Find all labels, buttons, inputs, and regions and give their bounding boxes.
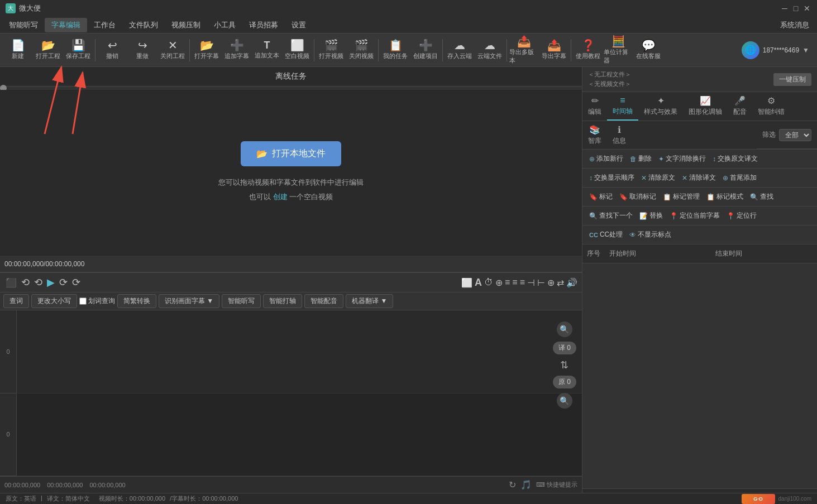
- word-lookup-checkbox[interactable]: [79, 297, 87, 305]
- open-subtitle-button[interactable]: 📂 打开字幕: [192, 36, 221, 65]
- tab-edit[interactable]: ✏ 编辑: [582, 92, 607, 121]
- remove-newline-btn[interactable]: ✦ 文字消除换行: [656, 153, 708, 165]
- left-bound-icon[interactable]: ⊣: [527, 277, 535, 288]
- align-icon-2[interactable]: ≡: [520, 277, 525, 287]
- add-text-icon: T: [264, 40, 270, 50]
- tab-library[interactable]: 📚 智库: [582, 121, 607, 149]
- tab-info[interactable]: ℹ 信息: [607, 121, 632, 149]
- filter-select[interactable]: 全部 原文 译文: [779, 129, 811, 141]
- open-file-button[interactable]: 📂 打开本地文件: [241, 141, 341, 166]
- unit-calc-button[interactable]: 🧮 单位计算器: [604, 36, 633, 65]
- right-bound-icon[interactable]: ⊢: [537, 277, 545, 288]
- unmark-btn[interactable]: 🔖 取消标记: [617, 191, 658, 203]
- crop-icon[interactable]: ⬜: [461, 277, 472, 288]
- export-subtitle-button[interactable]: 📤 导出字幕: [539, 36, 568, 65]
- time-icon[interactable]: ⏱: [484, 277, 493, 287]
- menu-recruit[interactable]: 译员招募: [242, 18, 285, 32]
- undo-button[interactable]: ↩ 撤销: [98, 36, 127, 65]
- tab-smart[interactable]: ⚙ 智能纠错: [752, 92, 790, 121]
- close-video-button[interactable]: 🎬 关闭视频: [347, 36, 376, 65]
- loop-btn[interactable]: ↻: [509, 479, 516, 490]
- close-button[interactable]: ✕: [802, 4, 811, 13]
- tab-timeline[interactable]: ≡ 时间轴: [607, 92, 638, 121]
- smart-audio-btn[interactable]: 智能配音: [304, 294, 343, 308]
- my-tasks-button[interactable]: 📋 我的任务: [381, 36, 410, 65]
- center-icon[interactable]: ⊕: [547, 277, 555, 288]
- locate-current-btn[interactable]: 📍 定位当前字幕: [667, 210, 722, 222]
- one-key-compress-btn[interactable]: 一键压制: [773, 73, 811, 86]
- cloud-doc-button[interactable]: ☁ 云端文件: [475, 36, 504, 65]
- online-service-button[interactable]: 💬 在线客服: [634, 36, 663, 65]
- blank-video-button[interactable]: ⬜ 空白视频: [283, 36, 312, 65]
- step-fwd-button[interactable]: ⟳: [58, 275, 69, 290]
- redo-button[interactable]: ↪ 重做: [128, 36, 157, 65]
- smart-axis-btn[interactable]: 智能打轴: [263, 294, 302, 308]
- dropdown-arrow-icon[interactable]: ▼: [802, 46, 809, 54]
- add-subtitle-button[interactable]: ➕ 追加字幕: [222, 36, 251, 65]
- append-head-tail-btn[interactable]: ⊕ 首尾添加: [720, 172, 759, 184]
- add-text-button[interactable]: T 追加文本: [252, 36, 281, 65]
- tab-wave[interactable]: 📈 图形化调轴: [683, 92, 728, 121]
- align-center-icon[interactable]: ≡: [505, 277, 510, 287]
- zoom-in-btn[interactable]: 🔍: [557, 321, 572, 337]
- cc-process-btn[interactable]: CC CC处理: [587, 229, 625, 241]
- maximize-button[interactable]: □: [791, 4, 800, 13]
- swap-tracks-icon[interactable]: ⇅: [560, 359, 568, 371]
- create-project-button[interactable]: ➕ 创建项目: [411, 36, 440, 65]
- right-scrollbar[interactable]: [582, 488, 817, 493]
- recognize-btn[interactable]: 识别画面字幕 ▼: [159, 294, 219, 308]
- machine-trans-btn[interactable]: 机器翻译 ▼: [346, 294, 393, 308]
- swap-display-btn[interactable]: ↕ 交换显示顺序: [587, 172, 637, 184]
- find-btn[interactable]: 🔍 查找: [748, 191, 776, 203]
- zoom-out-btn[interactable]: 🔍: [557, 393, 572, 409]
- clear-trans-btn[interactable]: ✕ 清除译文: [680, 172, 718, 184]
- play-button[interactable]: ▶: [46, 275, 56, 290]
- tab-audio[interactable]: 🎤 配音: [728, 92, 752, 121]
- change-case-btn[interactable]: 更改大小写: [31, 294, 77, 308]
- upload-cloud-button[interactable]: ☁ 存入云端: [445, 36, 474, 65]
- font-icon[interactable]: A: [475, 277, 482, 289]
- stop-button[interactable]: ⬛: [4, 276, 18, 289]
- word-lookup-check[interactable]: 划词查询: [79, 296, 115, 306]
- hide-punct-btn[interactable]: 👁 不显示标点: [627, 229, 673, 241]
- tab-style[interactable]: ✦ 样式与效果: [638, 92, 683, 121]
- rewind-button[interactable]: ⟲: [20, 275, 31, 290]
- step-back-button[interactable]: ⟲: [33, 275, 44, 290]
- volume-icon[interactable]: 🔊: [566, 277, 577, 288]
- delete-btn[interactable]: 🗑 删除: [628, 153, 654, 165]
- export-multi-button[interactable]: 📤 导出多版本: [509, 36, 538, 65]
- metronome-btn[interactable]: 🎵: [520, 479, 532, 490]
- fwd-button[interactable]: ⟳: [71, 275, 82, 290]
- create-blank-link[interactable]: 创建: [273, 193, 288, 201]
- minimize-button[interactable]: ─: [780, 4, 789, 13]
- circle-plus-icon[interactable]: ⊕: [495, 277, 503, 288]
- menu-file-queue[interactable]: 文件队列: [122, 18, 165, 32]
- menu-settings[interactable]: 设置: [285, 18, 313, 32]
- help-button[interactable]: ❓ 使用教程: [574, 36, 603, 65]
- swap-orig-trans-btn[interactable]: ↕ 交换原文译文: [710, 153, 760, 165]
- simp-trad-btn[interactable]: 简繁转换: [117, 294, 156, 308]
- replace-btn[interactable]: 📝 替换: [637, 210, 665, 222]
- open-project-button[interactable]: 📂 打开工程: [34, 36, 63, 65]
- locate-row-btn[interactable]: 📍 定位行: [724, 210, 759, 222]
- swap-icon[interactable]: ⇄: [557, 277, 564, 288]
- open-video-button[interactable]: 🎬 打开视频: [317, 36, 346, 65]
- lookup-btn[interactable]: 查词: [3, 294, 29, 308]
- align-left-icon[interactable]: ≡: [512, 277, 517, 287]
- mark-btn[interactable]: 🔖 标记: [587, 191, 615, 203]
- menu-subtitle-edit[interactable]: 字幕编辑: [45, 18, 87, 32]
- close-project-button[interactable]: ✕ 关闭工程: [158, 36, 187, 65]
- save-project-button[interactable]: 💾 保存工程: [64, 36, 93, 65]
- find-next-btn[interactable]: 🔍 查找下一个: [587, 210, 635, 222]
- mark-mode-btn[interactable]: 📋 标记模式: [704, 191, 746, 203]
- new-button[interactable]: 📄 新建: [3, 36, 32, 65]
- menu-video-compress[interactable]: 视频压制: [165, 18, 207, 32]
- add-row-btn[interactable]: ⊕ 添加新行: [587, 153, 625, 165]
- menu-tools[interactable]: 小工具: [207, 18, 242, 32]
- clear-orig-btn[interactable]: ✕ 清除原文: [639, 172, 677, 184]
- asr-btn[interactable]: 智能听写: [222, 294, 261, 308]
- shortcut-hint-btn[interactable]: ⌨ 快捷键提示: [536, 481, 577, 489]
- menu-asr[interactable]: 智能听写: [2, 18, 45, 32]
- mark-manage-btn[interactable]: 📋 标记管理: [661, 191, 702, 203]
- menu-workbench[interactable]: 工作台: [87, 18, 122, 32]
